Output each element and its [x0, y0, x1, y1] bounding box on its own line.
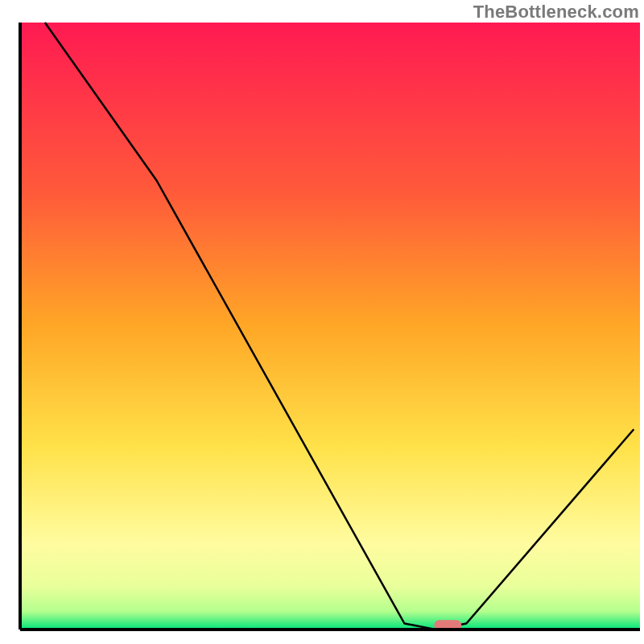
watermark-text: TheBottleneck.com	[473, 2, 639, 23]
bottleneck-chart	[0, 0, 644, 644]
chart-container: TheBottleneck.com	[0, 0, 644, 644]
plot-background	[20, 23, 640, 630]
